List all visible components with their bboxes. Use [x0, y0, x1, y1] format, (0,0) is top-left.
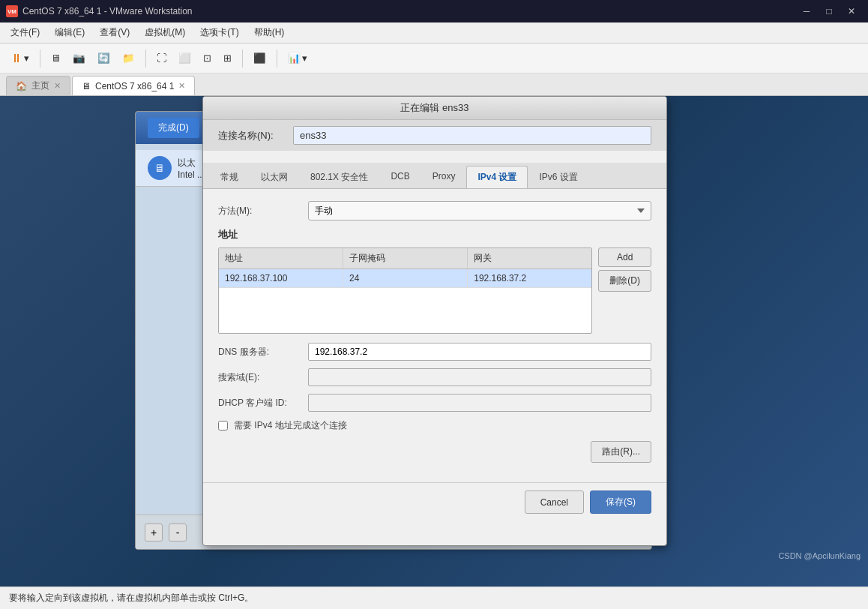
take-snapshot-button[interactable]: 📷 — [68, 46, 90, 70]
toolbar-separator-1 — [40, 50, 40, 68]
pause-dropdown-icon: ▾ — [24, 52, 29, 64]
autofit-button[interactable]: ⊞ — [219, 46, 236, 70]
minimize-button[interactable]: ─ — [796, 3, 817, 20]
close-button[interactable]: ✕ — [841, 3, 862, 20]
manage-snapshots-button[interactable]: 📁 — [118, 46, 139, 70]
dialog-title: 正在编辑 ens33 — [400, 102, 468, 113]
menu-view[interactable]: 查看(V) — [92, 24, 137, 41]
address-table-buttons: Add 删除(D) — [598, 248, 651, 334]
pause-button[interactable]: ⏸ ▾ — [6, 46, 34, 70]
unity-button[interactable]: ⬜ — [174, 46, 196, 70]
route-button[interactable]: 路由(R)... — [591, 441, 651, 463]
status-hint: 要将输入定向到该虚拟机，请在虚拟机内部单击或按 Ctrl+G。 — [9, 592, 253, 604]
tab-bar: 🏠 主页 ✕ 🖥 CentOS 7 x86_64 1 ✕ — [0, 74, 868, 96]
connection-name-row: 连接名称(N): — [203, 120, 666, 151]
add-address-button[interactable]: Add — [598, 248, 651, 267]
address-table-empty-area — [219, 288, 591, 333]
dns-input[interactable] — [308, 343, 651, 361]
tab-general[interactable]: 常规 — [209, 166, 250, 188]
menu-bar: 文件(F) 编辑(E) 查看(V) 虚拟机(M) 选项卡(T) 帮助(H) — [0, 22, 868, 44]
window-controls: ─ □ ✕ — [796, 3, 862, 20]
menu-tab[interactable]: 选项卡(T) — [193, 24, 246, 41]
toolbar-separator-3 — [242, 50, 243, 68]
vm-screen[interactable]: 完成(D) 网络和主机名... 🖥 以太 Intel ... 帮助！ — [0, 96, 868, 586]
maximize-button[interactable]: □ — [819, 3, 840, 20]
dialog-tabs: 常规 以太网 802.1X 安全性 DCB Proxy IPv4 设置 IPv6… — [203, 163, 666, 189]
view-dropdown-button[interactable]: 📊 ▾ — [283, 46, 312, 70]
fit-guest-button[interactable]: ⊡ — [199, 46, 216, 70]
tab-ipv6[interactable]: IPv6 设置 — [528, 166, 588, 188]
camera-icon: 📷 — [73, 52, 85, 64]
pause-icon: ⏸ — [10, 52, 22, 65]
address-section: 地址 地址 子网掩码 网关 192.168.37.100 24 192 — [218, 228, 651, 334]
search-label: 搜索域(E): — [218, 371, 308, 384]
revert-icon: 🔄 — [97, 52, 110, 64]
menu-file[interactable]: 文件(F) — [3, 24, 47, 41]
device-icon: 🖥 — [148, 156, 172, 180]
tab-8021x[interactable]: 802.1X 安全性 — [299, 166, 379, 188]
device-name: 以太 — [178, 157, 205, 170]
checkbox-row: 需要 IPv4 地址完成这个连接 — [218, 419, 651, 432]
status-bar: 要将输入定向到该虚拟机，请在虚拟机内部单击或按 Ctrl+G。 — [0, 586, 868, 609]
view-dropdown-icon: ▾ — [302, 52, 307, 64]
dialog-content: 方法(M): 手动 地址 地址 子网掩码 网关 — [203, 189, 666, 482]
tab-proxy[interactable]: Proxy — [421, 166, 467, 188]
connection-name-input[interactable] — [293, 126, 651, 145]
dialog-title-bar: 正在编辑 ens33 — [203, 97, 666, 120]
address-table-wrap: 地址 子网掩码 网关 192.168.37.100 24 192.168.37.… — [218, 248, 651, 334]
address-value: 192.168.37.100 — [219, 269, 343, 287]
toolbar: ⏸ ▾ 🖥 📷 🔄 📁 ⛶ ⬜ ⊡ ⊞ ⬛ 📊 ▾ — [0, 44, 868, 74]
revert-snapshot-button[interactable]: 🔄 — [93, 46, 115, 70]
remove-connection-button[interactable]: - — [169, 524, 187, 542]
require-ipv4-checkbox[interactable] — [218, 421, 228, 430]
gateway-value: 192.168.37.2 — [468, 269, 591, 287]
search-row: 搜索域(E): — [218, 368, 651, 386]
require-ipv4-label[interactable]: 需要 IPv4 地址完成这个连接 — [234, 419, 347, 432]
address-table: 地址 子网掩码 网关 192.168.37.100 24 192.168.37.… — [218, 248, 592, 334]
vm-icon: 🖥 — [82, 81, 91, 92]
tab-home-label: 主页 — [31, 80, 49, 92]
dns-label: DNS 服务器: — [218, 346, 308, 358]
dns-row: DNS 服务器: — [218, 343, 651, 361]
view-icon: 📊 — [288, 52, 301, 64]
edit-connection-dialog: 正在编辑 ens33 连接名称(N): 常规 以太网 802.1X 安全性 DC… — [202, 96, 667, 546]
monitor-icon: 🖥 — [51, 52, 61, 64]
fullscreen-button[interactable]: ⛶ — [152, 46, 171, 70]
menu-edit[interactable]: 编辑(E) — [47, 24, 92, 41]
save-button[interactable]: 保存(S) — [590, 490, 651, 514]
tab-centos[interactable]: 🖥 CentOS 7 x86_64 1 ✕ — [72, 76, 195, 95]
csdn-watermark: CSDN @ApcilunKiang — [778, 551, 861, 560]
table-row[interactable]: 192.168.37.100 24 192.168.37.2 — [219, 269, 591, 288]
dhcp-input[interactable] — [308, 394, 651, 412]
fit-icon: ⊡ — [203, 52, 211, 64]
tab-ipv4[interactable]: IPv4 设置 — [466, 166, 528, 188]
col-subnet: 子网掩码 — [343, 248, 468, 268]
menu-vm[interactable]: 虚拟机(M) — [137, 24, 193, 41]
terminal-button[interactable]: ⬛ — [249, 46, 271, 70]
unity-icon: ⬜ — [178, 52, 191, 64]
add-connection-button[interactable]: + — [145, 524, 163, 542]
search-input[interactable] — [308, 368, 651, 386]
menu-help[interactable]: 帮助(H) — [247, 24, 292, 41]
dhcp-row: DHCP 客户端 ID: — [218, 394, 651, 412]
autofit-icon: ⊞ — [223, 52, 232, 64]
cancel-button[interactable]: Cancel — [525, 490, 584, 514]
method-select[interactable]: 手动 — [308, 201, 651, 220]
tab-home-close[interactable]: ✕ — [54, 81, 61, 91]
home-icon: 🏠 — [16, 81, 27, 92]
col-gateway: 网关 — [468, 248, 591, 268]
tab-ethernet[interactable]: 以太网 — [250, 166, 299, 188]
remove-address-button[interactable]: 删除(D) — [598, 270, 651, 292]
send-ctrl-alt-del-button[interactable]: 🖥 — [46, 46, 65, 70]
title-bar: VM CentOS 7 x86_64 1 - VMware Workstatio… — [0, 0, 868, 22]
toolbar-separator-2 — [145, 50, 146, 68]
method-row: 方法(M): 手动 — [218, 201, 651, 220]
tab-home[interactable]: 🏠 主页 ✕ — [6, 76, 70, 95]
tab-centos-label: CentOS 7 x86_64 1 — [95, 81, 174, 92]
tab-centos-close[interactable]: ✕ — [178, 81, 185, 91]
address-section-title: 地址 — [218, 228, 651, 242]
tab-dcb[interactable]: DCB — [379, 166, 421, 188]
device-subname: Intel ... — [178, 170, 205, 180]
complete-button[interactable]: 完成(D) — [148, 118, 199, 138]
dhcp-label: DHCP 客户端 ID: — [218, 397, 308, 410]
